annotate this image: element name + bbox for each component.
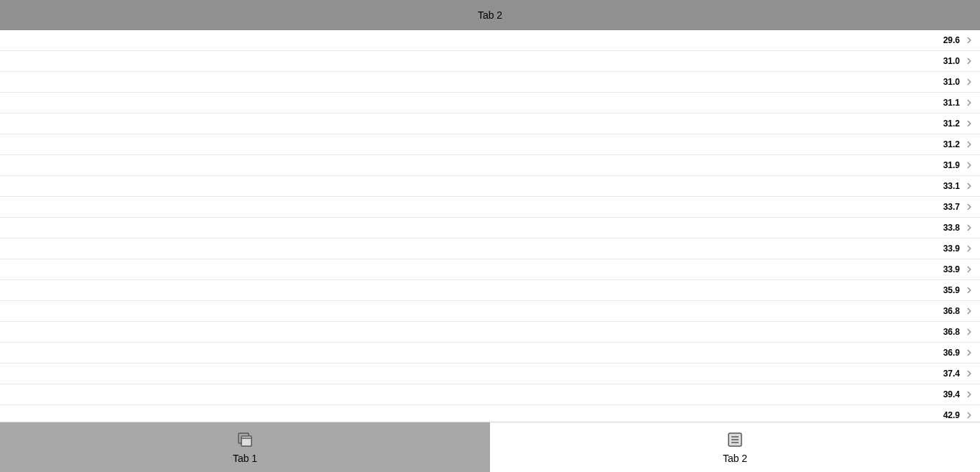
chevron-right-icon: [964, 285, 974, 295]
list-item[interactable]: 33.1: [0, 176, 980, 197]
chevron-right-icon: [964, 389, 974, 399]
list-item[interactable]: 33.7: [0, 197, 980, 218]
chevron-right-icon: [964, 139, 974, 149]
list-item[interactable]: 33.8: [0, 218, 980, 239]
chevron-right-icon: [964, 264, 974, 274]
tab-tab-2[interactable]: Tab 2: [490, 422, 980, 472]
list-item-value: 42.9: [943, 410, 960, 420]
chevron-right-icon: [964, 369, 974, 379]
list-item[interactable]: 33.9: [0, 259, 980, 280]
list-item-value: 36.8: [943, 327, 960, 337]
list-item-value: 31.2: [943, 139, 960, 149]
list-item-value: 33.9: [943, 244, 960, 254]
list-item[interactable]: 36.8: [0, 301, 980, 322]
list-item-value: 33.1: [943, 181, 960, 191]
chevron-right-icon: [964, 223, 974, 233]
list-item-value: 31.9: [943, 160, 960, 170]
chevron-right-icon: [964, 410, 974, 420]
chevron-right-icon: [964, 306, 974, 316]
list-item-value: 36.8: [943, 306, 960, 316]
tab-tab-1[interactable]: Tab 1: [0, 422, 490, 472]
chevron-right-icon: [964, 244, 974, 254]
list-item-value: 31.0: [943, 77, 960, 87]
chevron-right-icon: [964, 348, 974, 358]
list-item-value: 31.2: [943, 119, 960, 129]
chevron-right-icon: [964, 327, 974, 337]
list-item-value: 36.9: [943, 348, 960, 358]
list-item[interactable]: 36.8: [0, 322, 980, 343]
list-item[interactable]: 31.9: [0, 155, 980, 176]
list-item-value: 33.7: [943, 202, 960, 212]
chevron-right-icon: [964, 56, 974, 66]
list-item[interactable]: 29.6: [0, 30, 980, 51]
chevron-right-icon: [964, 77, 974, 87]
tab-bar: Tab 1Tab 2: [0, 422, 980, 472]
list-content[interactable]: 29.631.031.031.131.231.231.933.133.733.8…: [0, 30, 980, 422]
list-item[interactable]: 37.4: [0, 364, 980, 384]
list-item-value: 33.9: [943, 264, 960, 274]
list-item-value: 35.9: [943, 285, 960, 295]
header-title: Tab 2: [478, 9, 502, 21]
list-item-value: 29.6: [943, 35, 960, 45]
tab-label: Tab 1: [233, 453, 257, 464]
list-item[interactable]: 31.2: [0, 134, 980, 155]
list-item-value: 37.4: [943, 369, 960, 379]
chevron-right-icon: [964, 202, 974, 212]
chevron-right-icon: [964, 160, 974, 170]
windows-icon: [236, 431, 254, 448]
list-item-value: 39.4: [943, 389, 960, 399]
header-bar: Tab 2: [0, 0, 980, 30]
chevron-right-icon: [964, 181, 974, 191]
list-item[interactable]: 31.2: [0, 114, 980, 134]
tab-label: Tab 2: [723, 453, 747, 464]
list-item-value: 31.0: [943, 56, 960, 66]
chevron-right-icon: [964, 119, 974, 129]
list-icon: [726, 431, 744, 448]
list-item[interactable]: 35.9: [0, 280, 980, 301]
list-item-value: 33.8: [943, 223, 960, 233]
list-item-value: 31.1: [943, 98, 960, 108]
list-item[interactable]: 42.9: [0, 405, 980, 422]
list-item[interactable]: 36.9: [0, 343, 980, 364]
list-item[interactable]: 33.9: [0, 239, 980, 259]
list-item[interactable]: 31.0: [0, 51, 980, 72]
list-item[interactable]: 31.0: [0, 72, 980, 93]
svg-rect-1: [241, 436, 251, 446]
list-item[interactable]: 31.1: [0, 93, 980, 114]
list-item[interactable]: 39.4: [0, 384, 980, 405]
chevron-right-icon: [964, 35, 974, 45]
chevron-right-icon: [964, 98, 974, 108]
app-root: Tab 2 29.631.031.031.131.231.231.933.133…: [0, 0, 980, 472]
